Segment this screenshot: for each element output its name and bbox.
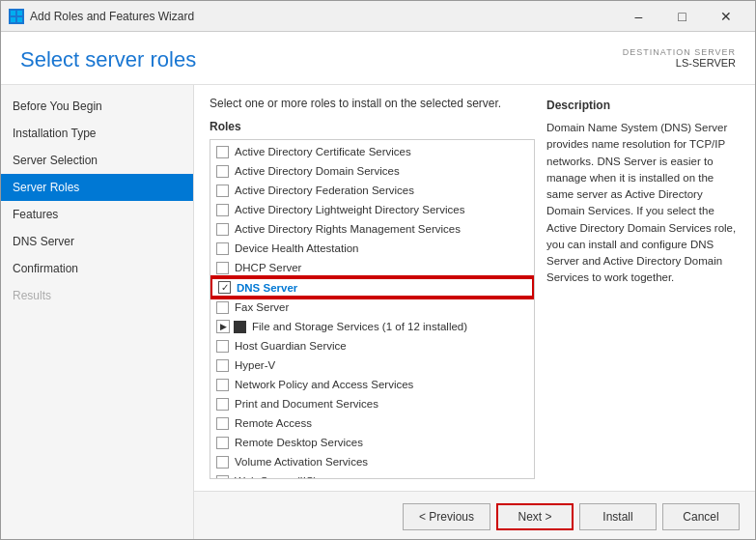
role-label: Volume Activation Services (235, 456, 368, 468)
sidebar: Before You Begin Installation Type Serve… (1, 85, 194, 540)
checkbox[interactable] (216, 398, 229, 411)
checkbox[interactable] (216, 359, 229, 372)
destination-server: DESTINATION SERVER LS-SERVER (623, 47, 736, 69)
title-bar-text: Add Roles and Features Wizard (30, 10, 617, 23)
checkbox[interactable] (216, 301, 229, 314)
checkbox[interactable] (216, 340, 229, 353)
sidebar-item-before-you-begin[interactable]: Before You Begin (1, 93, 193, 120)
list-item[interactable]: Remote Desktop Services (210, 433, 534, 452)
cancel-button[interactable]: Cancel (662, 503, 740, 530)
description-text: Domain Name System (DNS) Server provides… (546, 120, 740, 287)
role-label: Active Directory Rights Management Servi… (235, 223, 461, 235)
list-item[interactable]: Network Policy and Access Services (210, 375, 534, 394)
checkbox[interactable] (216, 223, 229, 236)
checkbox[interactable] (216, 204, 229, 216)
checkbox[interactable] (216, 262, 229, 274)
role-label: Fax Server (235, 301, 289, 313)
list-item[interactable]: Host Guardian Service (210, 336, 534, 355)
checkbox[interactable] (216, 417, 229, 430)
content-main: Select one or more roles to install on t… (194, 85, 755, 491)
list-item[interactable]: Hyper-V (210, 355, 534, 375)
svg-rect-0 (11, 11, 15, 15)
checkbox[interactable] (216, 437, 229, 449)
list-item[interactable]: Remote Access (210, 413, 534, 433)
wizard: Select server roles DESTINATION SERVER L… (1, 32, 755, 540)
role-label-dns: DNS Server (237, 282, 297, 294)
role-label: Remote Access (235, 417, 312, 429)
checkbox[interactable] (216, 475, 229, 480)
svg-rect-1 (17, 11, 22, 15)
list-item[interactable]: Device Health Attestation (210, 239, 534, 258)
list-item[interactable]: Print and Document Services (210, 394, 534, 413)
wizard-body: Before You Begin Installation Type Serve… (1, 85, 755, 540)
title-bar: Add Roles and Features Wizard – □ ✕ (1, 1, 755, 32)
instruction-text: Select one or more roles to install on t… (210, 97, 535, 110)
sidebar-item-server-roles[interactable]: Server Roles (1, 174, 193, 201)
role-label: Device Health Attestation (235, 242, 359, 254)
role-label: Web Server (IIS) (235, 475, 317, 479)
content-area: Select one or more roles to install on t… (194, 85, 755, 540)
role-label: Host Guardian Service (235, 340, 347, 352)
role-label: Remote Desktop Services (235, 437, 363, 448)
checkbox-filled[interactable] (234, 321, 246, 333)
minimize-button[interactable]: – (617, 1, 660, 32)
role-label: Print and Document Services (235, 398, 378, 410)
description-panel: Description Domain Name System (DNS) Ser… (546, 97, 740, 479)
maximize-button[interactable]: □ (660, 1, 704, 32)
roles-list-container[interactable]: Active Directory Certificate Services Ac… (210, 139, 535, 479)
list-item[interactable]: Active Directory Certificate Services (210, 142, 534, 161)
role-label: Active Directory Lightweight Directory S… (235, 204, 464, 215)
role-label: Hyper-V (235, 359, 275, 371)
list-item-file-storage[interactable]: ▶ File and Storage Services (1 of 12 ins… (210, 317, 534, 336)
svg-rect-3 (17, 17, 22, 22)
list-item[interactable]: Active Directory Lightweight Directory S… (210, 200, 534, 219)
role-label: File and Storage Services (1 of 12 insta… (252, 321, 467, 332)
list-item[interactable]: Fax Server (210, 298, 534, 317)
list-item[interactable]: Active Directory Rights Management Servi… (210, 219, 534, 239)
dns-checkbox[interactable]: ✓ (218, 281, 231, 294)
page-title: Select server roles (20, 47, 196, 72)
roles-label: Roles (210, 120, 535, 133)
list-item[interactable]: Active Directory Domain Services (210, 161, 534, 181)
checkbox[interactable] (216, 456, 229, 469)
list-item[interactable]: Web Server (IIS) (210, 471, 534, 479)
wizard-header: Select server roles DESTINATION SERVER L… (1, 32, 755, 85)
checkbox[interactable] (216, 379, 229, 391)
role-label: DHCP Server (235, 262, 301, 273)
sidebar-item-installation-type[interactable]: Installation Type (1, 120, 193, 147)
sidebar-item-server-selection[interactable]: Server Selection (1, 147, 193, 174)
list-item-dns[interactable]: ✓ DNS Server (210, 277, 534, 298)
next-button[interactable]: Next > (496, 503, 574, 530)
previous-button[interactable]: < Previous (403, 503, 490, 530)
list-item[interactable]: DHCP Server (210, 258, 534, 277)
checkbox[interactable] (216, 185, 229, 197)
expand-icon[interactable]: ▶ (216, 320, 230, 333)
checkbox[interactable] (216, 146, 229, 158)
sidebar-item-results: Results (1, 282, 193, 309)
checkbox[interactable] (216, 242, 229, 255)
close-button[interactable]: ✕ (704, 1, 747, 32)
title-bar-controls: – □ ✕ (617, 1, 747, 32)
svg-rect-2 (11, 17, 15, 22)
wizard-footer: < Previous Next > Install Cancel (194, 491, 755, 540)
roles-list: Active Directory Certificate Services Ac… (210, 140, 534, 479)
role-label: Active Directory Federation Services (235, 185, 414, 196)
description-title: Description (546, 99, 740, 112)
list-item[interactable]: Active Directory Federation Services (210, 181, 534, 200)
destination-label: DESTINATION SERVER (623, 47, 736, 57)
role-label: Active Directory Domain Services (235, 165, 400, 177)
checkbox[interactable] (216, 165, 229, 178)
server-name: LS-SERVER (623, 57, 736, 69)
sidebar-item-confirmation[interactable]: Confirmation (1, 255, 193, 282)
app-icon (9, 9, 24, 24)
sidebar-item-features[interactable]: Features (1, 201, 193, 228)
sidebar-item-dns-server[interactable]: DNS Server (1, 228, 193, 255)
role-label: Network Policy and Access Services (235, 379, 413, 390)
install-button[interactable]: Install (579, 503, 657, 530)
role-label: Active Directory Certificate Services (235, 146, 411, 157)
content-left: Select one or more roles to install on t… (210, 97, 535, 479)
list-item[interactable]: Volume Activation Services (210, 452, 534, 471)
